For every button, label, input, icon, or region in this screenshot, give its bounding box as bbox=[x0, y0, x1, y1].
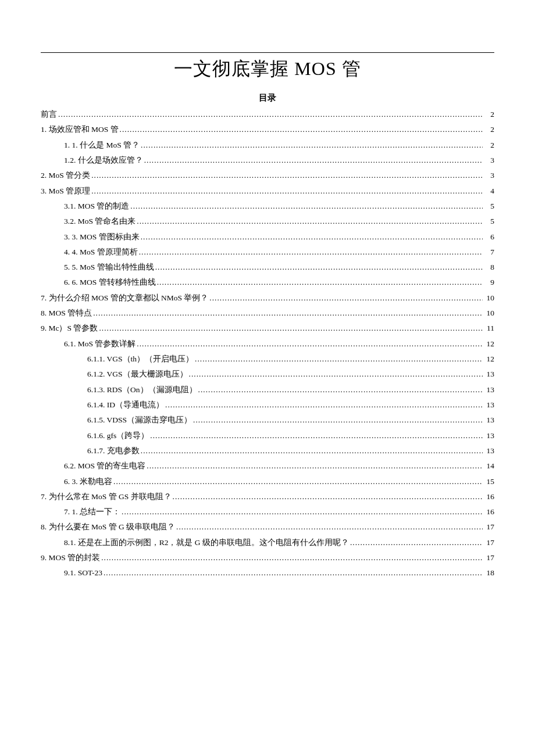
toc-entry[interactable]: 5. 5. MoS 管输出特性曲线8 bbox=[41, 260, 494, 275]
toc-entry-page: 6 bbox=[483, 230, 494, 245]
toc-entry-page: 13 bbox=[483, 413, 494, 428]
toc-entry-label: 1. 场效应管和 MOS 管 bbox=[41, 122, 120, 137]
toc-entry[interactable]: 6.1.3. RDS（On）（漏源电阻）13 bbox=[41, 382, 494, 397]
toc-entry[interactable]: 前言2 bbox=[41, 107, 494, 122]
toc-entry[interactable]: 6.1.7. 充电参数13 bbox=[41, 443, 494, 458]
toc-entry-label: 3.1. MOS 管的制造 bbox=[64, 199, 130, 214]
toc-entry[interactable]: 3.1. MOS 管的制造5 bbox=[41, 199, 494, 214]
table-of-contents: 前言21. 场效应管和 MOS 管21. 1. 什么是 MoS 管？21.2. … bbox=[41, 107, 494, 581]
toc-entry[interactable]: 8. MOS 管特点10 bbox=[41, 306, 494, 321]
toc-entry-label: 6.2. MOS 管的寄生电容 bbox=[64, 458, 147, 474]
toc-entry-page: 2 bbox=[483, 122, 494, 137]
toc-entry-page: 17 bbox=[483, 550, 494, 565]
toc-leader-dots bbox=[141, 230, 483, 245]
toc-entry-page: 11 bbox=[483, 321, 494, 336]
toc-entry-label: 7. 1. 总结一下： bbox=[64, 504, 122, 519]
toc-entry[interactable]: 2. MoS 管分类3 bbox=[41, 168, 494, 183]
toc-entry[interactable]: 3.2. MoS 管命名由来5 bbox=[41, 214, 494, 229]
toc-entry-page: 5 bbox=[483, 214, 494, 229]
toc-leader-dots bbox=[189, 367, 483, 382]
toc-entry[interactable]: 6.1.2. VGS（最大栅源电压）13 bbox=[41, 367, 494, 382]
toc-entry-label: 6.1.5. VDSS（漏源击穿电压） bbox=[87, 413, 193, 428]
toc-entry[interactable]: 4. 4. MoS 管原理简析7 bbox=[41, 245, 494, 260]
toc-leader-dots bbox=[141, 443, 483, 458]
toc-leader-dots bbox=[193, 413, 483, 428]
toc-entry-page: 4 bbox=[483, 184, 494, 199]
toc-entry[interactable]: 8. 为什么要在 MoS 管 G 级串联电阻？17 bbox=[41, 519, 494, 535]
toc-entry[interactable]: 1. 场效应管和 MOS 管2 bbox=[41, 122, 494, 137]
toc-entry-page: 8 bbox=[483, 260, 494, 275]
toc-entry[interactable]: 6.1.6. gfs（跨导）13 bbox=[41, 428, 494, 443]
toc-leader-dots bbox=[350, 535, 483, 550]
toc-entry-label: 6.1.7. 充电参数 bbox=[87, 443, 141, 458]
toc-entry-page: 2 bbox=[483, 138, 494, 153]
title-rule bbox=[41, 52, 494, 53]
toc-leader-dots bbox=[157, 275, 483, 290]
toc-entry-label: 6. 6. MOS 管转移特性曲线 bbox=[64, 275, 157, 290]
toc-entry-page: 14 bbox=[483, 458, 494, 474]
toc-leader-dots bbox=[113, 474, 483, 489]
toc-entry-label: 3.2. MoS 管命名由来 bbox=[64, 214, 137, 229]
toc-entry-label: 9. Mc）S 管参数 bbox=[41, 321, 99, 336]
toc-entry-label: 9.1. SOT-23 bbox=[64, 565, 104, 581]
toc-leader-dots bbox=[155, 260, 483, 275]
toc-entry[interactable]: 7. 为什么常在 MoS 管 GS 并联电阻？16 bbox=[41, 489, 494, 504]
toc-entry-page: 7 bbox=[483, 245, 494, 260]
toc-entry[interactable]: 6. 3. 米勒电容15 bbox=[41, 474, 494, 489]
toc-entry[interactable]: 1. 1. 什么是 MoS 管？2 bbox=[41, 138, 494, 153]
toc-entry-page: 16 bbox=[483, 489, 494, 504]
toc-leader-dots bbox=[198, 382, 483, 397]
toc-entry[interactable]: 3. 3. MOS 管图标由来6 bbox=[41, 230, 494, 245]
toc-entry-page: 13 bbox=[483, 382, 494, 397]
toc-entry[interactable]: 6.1. MoS 管参数详解12 bbox=[41, 336, 494, 352]
toc-entry[interactable]: 9. MOS 管的封装17 bbox=[41, 550, 494, 565]
toc-entry-page: 10 bbox=[483, 291, 494, 306]
toc-entry-label: 8.1. 还是在上面的示例图，R2，就是 G 级的串联电阻。这个电阻有什么作用呢… bbox=[64, 535, 350, 550]
toc-entry[interactable]: 6.2. MOS 管的寄生电容14 bbox=[41, 458, 494, 474]
toc-leader-dots bbox=[122, 504, 483, 519]
toc-leader-dots bbox=[150, 428, 483, 443]
toc-entry[interactable]: 8.1. 还是在上面的示例图，R2，就是 G 级的串联电阻。这个电阻有什么作用呢… bbox=[41, 535, 494, 550]
toc-entry-label: 7. 为什么常在 MoS 管 GS 并联电阻？ bbox=[41, 489, 173, 504]
toc-leader-dots bbox=[58, 107, 483, 122]
toc-entry-page: 13 bbox=[483, 397, 494, 413]
toc-entry[interactable]: 6.1.1. VGS（th）（开启电压）12 bbox=[41, 352, 494, 367]
toc-entry[interactable]: 6.1.4. ID（导通电流）13 bbox=[41, 397, 494, 413]
toc-entry-label: 8. 为什么要在 MoS 管 G 级串联电阻？ bbox=[41, 519, 176, 535]
toc-entry-page: 13 bbox=[483, 428, 494, 443]
toc-entry-label: 6.1.4. ID（导通电流） bbox=[87, 397, 165, 413]
toc-entry-page: 13 bbox=[483, 443, 494, 458]
toc-entry-page: 17 bbox=[483, 519, 494, 535]
toc-entry[interactable]: 6.1.5. VDSS（漏源击穿电压）13 bbox=[41, 413, 494, 428]
toc-entry-page: 3 bbox=[483, 168, 494, 183]
toc-entry[interactable]: 7. 1. 总结一下：16 bbox=[41, 504, 494, 519]
toc-leader-dots bbox=[99, 321, 483, 336]
toc-leader-dots bbox=[176, 519, 483, 535]
toc-leader-dots bbox=[130, 199, 483, 214]
toc-entry[interactable]: 9.1. SOT-2318 bbox=[41, 565, 494, 581]
toc-entry[interactable]: 1.2. 什么是场效应管？3 bbox=[41, 153, 494, 168]
toc-leader-dots bbox=[173, 489, 483, 504]
toc-entry[interactable]: 3. MoS 管原理4 bbox=[41, 184, 494, 199]
toc-entry[interactable]: 6. 6. MOS 管转移特性曲线9 bbox=[41, 275, 494, 290]
toc-leader-dots bbox=[165, 397, 483, 413]
toc-entry[interactable]: 9. Mc）S 管参数11 bbox=[41, 321, 494, 336]
toc-entry-label: 1. 1. 什么是 MoS 管？ bbox=[64, 138, 141, 153]
toc-entry-label: 1.2. 什么是场效应管？ bbox=[64, 153, 144, 168]
toc-entry-label: 8. MOS 管特点 bbox=[41, 306, 93, 321]
toc-entry-page: 2 bbox=[483, 107, 494, 122]
toc-leader-dots bbox=[141, 138, 483, 153]
toc-entry-label: 6. 3. 米勒电容 bbox=[64, 474, 113, 489]
toc-entry-page: 9 bbox=[483, 275, 494, 290]
toc-leader-dots bbox=[91, 168, 483, 183]
toc-leader-dots bbox=[137, 214, 483, 229]
toc-entry-page: 15 bbox=[483, 474, 494, 489]
toc-entry-page: 5 bbox=[483, 199, 494, 214]
toc-leader-dots bbox=[137, 336, 483, 352]
toc-leader-dots bbox=[147, 458, 483, 474]
toc-leader-dots bbox=[104, 565, 483, 581]
toc-entry-label: 5. 5. MoS 管输出特性曲线 bbox=[64, 260, 155, 275]
toc-entry[interactable]: 7. 为什么介绍 MOS 管的文章都以 NMoS 举例？10 bbox=[41, 291, 494, 306]
title-text-pre: 一文彻底掌握 bbox=[174, 58, 294, 79]
toc-entry-page: 10 bbox=[483, 306, 494, 321]
